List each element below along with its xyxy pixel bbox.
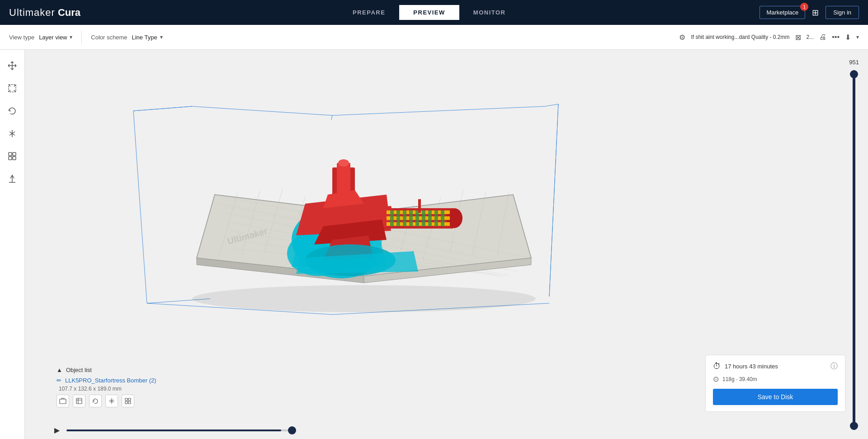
print-time-row: ⏱ 17 hours 43 minutes ⓘ: [713, 362, 838, 371]
tab-prepare[interactable]: PREPARE: [339, 5, 399, 20]
toolbar-divider-1: [81, 30, 82, 44]
layer-slider[interactable]: 951: [849, 59, 859, 430]
object-name-row: ✏ LLK5PRO_Starfortress Bomber (2): [57, 377, 156, 384]
3d-model-svg: Ultimaker: [160, 104, 567, 321]
object-dimensions: 107.7 x 132.6 x 189.0 mm: [59, 386, 156, 392]
app-logo: Ultimaker Cura: [9, 7, 80, 19]
svg-rect-65: [428, 210, 432, 226]
signin-button[interactable]: Sign in: [826, 6, 859, 19]
view-type-select[interactable]: Layer view ▾: [39, 34, 72, 41]
object-list-collapse-icon: ▲: [57, 367, 62, 373]
print-material-label: 118g · 39.40m: [722, 376, 757, 382]
obj-icon-4[interactable]: [105, 395, 118, 407]
progress-fill: [66, 429, 281, 431]
svg-rect-1: [9, 153, 12, 156]
top-navigation: Ultimaker Cura PREPARE PREVIEW MONITOR M…: [0, 0, 868, 25]
profile-name: If shit aint working...dard Quality - 0.…: [691, 34, 789, 40]
toolbar-bar: View type Layer view ▾ Color scheme Line…: [0, 25, 868, 50]
svg-rect-77: [125, 401, 127, 404]
nav-right: Marketplace 1 ⊞ Sign in: [760, 6, 859, 19]
color-scheme-group: Color scheme Line Type ▾: [91, 34, 162, 41]
view-type-chevron: ▾: [70, 34, 72, 40]
layer-slider-value: 951: [849, 59, 859, 66]
logo-cura: Cura: [58, 7, 80, 19]
playback-bar: ▶: [25, 421, 868, 439]
svg-rect-70: [418, 199, 421, 213]
rotate-tool-icon[interactable]: [5, 104, 19, 118]
color-scheme-value: Line Type: [132, 34, 157, 41]
progress-track[interactable]: [66, 429, 292, 431]
view-type-group: View type Layer view ▾: [9, 34, 72, 41]
object-edit-icon: ✏: [57, 377, 61, 384]
svg-rect-61: [403, 210, 406, 226]
print-material-row: ⊙ 118g · 39.40m: [713, 375, 838, 383]
color-scheme-label: Color scheme: [91, 34, 127, 41]
clock-icon: ⏱: [713, 362, 721, 371]
color-scheme-select[interactable]: Line Type ▾: [132, 34, 162, 41]
arrange-tool-icon[interactable]: [5, 149, 19, 163]
object-name-text: LLK5PRO_Starfortress Bomber (2): [65, 377, 156, 384]
svg-rect-73: [60, 399, 66, 404]
svg-rect-66: [434, 210, 438, 226]
object-list-header[interactable]: ▲ Object list: [57, 367, 156, 373]
svg-rect-67: [441, 210, 444, 226]
svg-rect-62: [409, 210, 413, 226]
svg-rect-78: [128, 401, 131, 404]
svg-point-55: [338, 159, 349, 167]
layer-slider-track[interactable]: [853, 70, 855, 430]
apps-grid-icon[interactable]: ⊞: [812, 8, 819, 18]
tab-monitor[interactable]: MONITOR: [459, 5, 520, 20]
profile-extra: 2...: [807, 34, 814, 40]
svg-point-17: [192, 285, 536, 312]
logo-ultimaker: Ultimaker: [9, 7, 55, 19]
svg-rect-76: [128, 398, 131, 401]
svg-rect-2: [13, 153, 16, 156]
svg-rect-64: [422, 210, 425, 226]
svg-rect-54: [337, 163, 350, 199]
color-scheme-chevron: ▾: [160, 34, 163, 40]
left-sidebar: [0, 50, 25, 439]
obj-icon-3[interactable]: [89, 395, 102, 407]
tab-preview[interactable]: PREVIEW: [399, 5, 459, 20]
obj-icon-1[interactable]: [57, 395, 69, 407]
main-area: Ultimaker: [0, 50, 868, 439]
svg-rect-3: [9, 157, 12, 160]
svg-rect-63: [415, 210, 419, 226]
save-profile-icon[interactable]: ⬇: [845, 33, 851, 42]
svg-rect-4: [13, 157, 16, 160]
more-dots-icon[interactable]: •••: [832, 33, 840, 41]
view-type-label: View type: [9, 34, 34, 41]
3d-view-area[interactable]: Ultimaker: [25, 50, 868, 439]
play-button[interactable]: ▶: [54, 426, 60, 434]
printer-icon[interactable]: 🖨: [819, 33, 826, 41]
save-to-disk-button[interactable]: Save to Disk: [713, 389, 838, 405]
toolbar-right: ⚙ If shit aint working...dard Quality - …: [679, 33, 859, 42]
move-tool-icon[interactable]: [5, 59, 19, 72]
nav-tabs: PREPARE PREVIEW MONITOR: [99, 5, 760, 20]
obj-icon-5[interactable]: [122, 395, 134, 407]
svg-rect-75: [125, 398, 127, 401]
spool-icon: ⊙: [713, 375, 719, 383]
svg-line-9: [133, 111, 147, 303]
marketplace-badge: 1: [800, 3, 808, 11]
view-type-value: Layer view: [39, 34, 67, 41]
object-list: ▲ Object list ✏ LLK5PRO_Starfortress Bom…: [50, 362, 163, 412]
print-info-detail-button[interactable]: ⓘ: [830, 362, 838, 371]
svg-rect-59: [390, 210, 394, 226]
svg-rect-74: [76, 398, 82, 404]
layer-slider-thumb-top[interactable]: [850, 70, 858, 78]
print-info-panel: ⏱ 17 hours 43 minutes ⓘ ⊙ 118g · 39.40m …: [705, 355, 845, 412]
print-time-label: 17 hours 43 minutes: [725, 363, 778, 370]
support-tool-icon[interactable]: [5, 172, 19, 186]
marketplace-button[interactable]: Marketplace 1: [760, 6, 805, 19]
progress-thumb[interactable]: [288, 426, 296, 434]
obj-icon-2[interactable]: [73, 395, 85, 407]
mirror-tool-icon[interactable]: [5, 127, 19, 140]
svg-rect-60: [396, 210, 400, 226]
extruder-icon[interactable]: ⊠: [795, 33, 801, 42]
object-icon-buttons: [57, 395, 156, 407]
profile-chevron[interactable]: ▾: [856, 34, 859, 40]
scale-tool-icon[interactable]: [5, 81, 19, 95]
object-list-label: Object list: [66, 367, 92, 373]
settings-sliders-icon[interactable]: ⚙: [679, 33, 685, 42]
